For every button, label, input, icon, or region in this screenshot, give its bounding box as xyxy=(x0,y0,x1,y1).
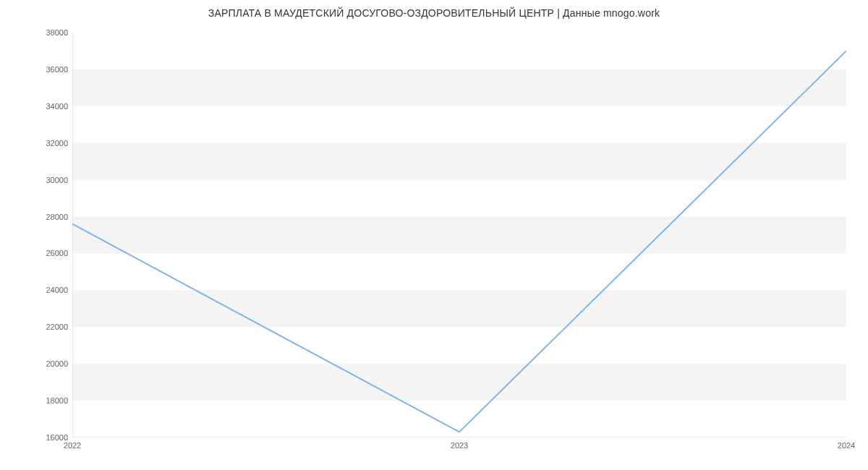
y-tick-label: 16000 xyxy=(25,433,68,442)
svg-rect-3 xyxy=(72,143,846,180)
svg-rect-2 xyxy=(72,217,846,254)
y-tick-label: 34000 xyxy=(25,102,68,111)
y-tick-label: 38000 xyxy=(25,28,68,37)
svg-rect-1 xyxy=(72,290,846,327)
plot-svg xyxy=(72,33,846,437)
y-tick-label: 22000 xyxy=(25,322,68,331)
svg-rect-0 xyxy=(72,364,846,401)
y-tick-label: 24000 xyxy=(25,286,68,294)
y-tick-label: 18000 xyxy=(25,396,68,405)
y-tick-label: 30000 xyxy=(25,176,68,184)
y-tick-label: 26000 xyxy=(25,249,68,257)
x-tick-label: 2022 xyxy=(64,441,81,450)
y-tick-label: 20000 xyxy=(25,359,68,368)
chart-container: ЗАРПЛАТА В МАУДЕТСКИЙ ДОСУГОВО-ОЗДОРОВИТ… xyxy=(0,0,868,470)
chart-title: ЗАРПЛАТА В МАУДЕТСКИЙ ДОСУГОВО-ОЗДОРОВИТ… xyxy=(0,7,868,19)
y-tick-label: 32000 xyxy=(25,139,68,148)
x-tick-label: 2023 xyxy=(451,441,468,450)
y-tick-label: 36000 xyxy=(25,65,68,74)
svg-rect-4 xyxy=(72,69,846,106)
y-tick-label: 28000 xyxy=(25,213,68,221)
x-tick-label: 2024 xyxy=(838,441,855,450)
plot-area xyxy=(72,33,846,437)
